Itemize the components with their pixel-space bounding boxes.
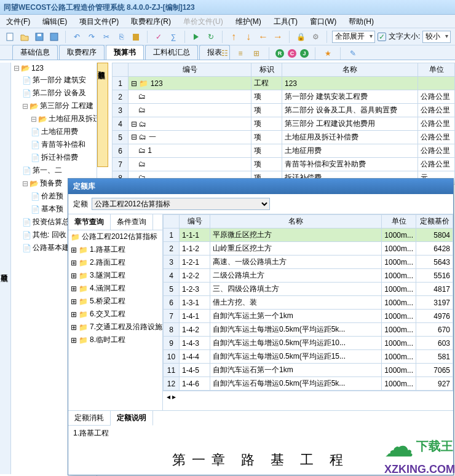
separator: [289, 31, 290, 43]
separator: [147, 31, 148, 43]
tab-material[interactable]: 工料机汇总: [145, 45, 198, 60]
calc-icon[interactable]: ∑: [167, 31, 180, 43]
tree-node[interactable]: 📄青苗等补偿和: [11, 138, 97, 151]
tab-description[interactable]: 定额说明: [111, 411, 153, 426]
menu-edit[interactable]: 编辑(E): [36, 15, 73, 28]
table-row[interactable]: 81-4-2自卸汽车运土每增运0.5km(平均运距5k...1000m...67…: [164, 323, 453, 337]
menu-window[interactable]: 窗口(W): [304, 15, 342, 28]
table-row[interactable]: 4⊟ 🗂 项第三部分 工程建设其他费用公路公里: [113, 117, 455, 131]
c-icon[interactable]: C: [288, 49, 296, 58]
cut-icon[interactable]: ✂: [100, 31, 113, 43]
separator: [315, 47, 315, 60]
separator: [269, 47, 269, 60]
play-icon[interactable]: [190, 31, 202, 43]
table-row[interactable]: 91-4-3自卸汽车运土每增运0.5km(平均运距10...1000m...60…: [164, 337, 453, 350]
tree-node[interactable]: ⊞ 📁 2.路面工程: [68, 256, 162, 269]
table-row[interactable]: 51-2-3三、四级公路填土方1000m...4817: [164, 283, 453, 296]
table-row[interactable]: 121-4-6自卸汽车运石每增运0.5km(平均运距5k...1000m...9…: [164, 377, 453, 391]
copy-icon[interactable]: ⎘: [115, 31, 127, 43]
tab-condition-query[interactable]: 条件查询: [111, 214, 153, 230]
tree-node[interactable]: ⊟📂土地征用及拆迁: [11, 112, 97, 125]
quota-tree[interactable]: 📁 公路工程2012估算指标⊞ 📁 1.路基工程⊞ 📁 2.路面工程⊞ 📁 3.…: [68, 230, 162, 346]
check-icon[interactable]: ✓: [152, 31, 165, 43]
r-icon[interactable]: R: [275, 49, 284, 58]
tree-node[interactable]: 📄第一、二: [11, 164, 97, 177]
menu-maintain[interactable]: 维护(M): [229, 15, 267, 28]
open-icon[interactable]: [18, 31, 31, 43]
table-row[interactable]: 2 🗂 项第一部分 建筑安装工程费公路公里: [113, 90, 455, 104]
tree-node[interactable]: 📄拆迁补偿费: [11, 151, 97, 164]
tree-node[interactable]: ⊟📂第三部分 工程建: [11, 99, 97, 112]
quota-label: 定额: [73, 199, 88, 209]
quota-grid[interactable]: 编号名称单位定额基价11-1-1平原微丘区挖土方1000m...580421-1…: [163, 214, 453, 410]
quota-description: 1.路基工程 第一章 路 基 工 程: [68, 426, 453, 476]
table-row[interactable]: 3 🗂 项第二部分 设备及工具、器具购置费公路公里: [113, 104, 455, 117]
budget-nav-label[interactable]: 预算书导航: [97, 63, 108, 167]
tree-node[interactable]: ⊞ 📁 7.交通工程及沿路设施: [68, 321, 162, 334]
tab-consumption[interactable]: 定额消耗: [68, 411, 111, 426]
menu-fee[interactable]: 取费程序(R): [125, 15, 177, 28]
right-icon[interactable]: →: [272, 31, 284, 43]
menu-file[interactable]: 文件(F): [0, 15, 36, 28]
undo-icon[interactable]: ↶: [71, 31, 83, 43]
save-icon[interactable]: [33, 31, 46, 43]
down-icon[interactable]: ↓: [242, 31, 255, 43]
svg-rect-2: [38, 34, 41, 36]
checkbox-icon[interactable]: ✓: [378, 33, 386, 41]
font-size-combo[interactable]: 较小: [422, 31, 451, 43]
tree-node[interactable]: ⊟📂123: [11, 63, 97, 74]
tree-node[interactable]: 📄第一部分 建筑安: [11, 74, 97, 87]
menu-tools[interactable]: 工具(T): [267, 15, 304, 28]
expand-combo[interactable]: 全部展开: [332, 31, 375, 43]
lock-icon[interactable]: 🔒: [295, 31, 307, 43]
tree-node[interactable]: 📄土地征用费: [11, 125, 97, 138]
refresh-icon[interactable]: ↻: [205, 31, 217, 43]
up-icon[interactable]: ↑: [228, 31, 240, 43]
tree-icon[interactable]: ☷: [218, 47, 231, 60]
budget-grid[interactable]: 编号标识名称单位1⊟ 📁 123工程1232 🗂 项第一部分 建筑安装工程费公路…: [112, 63, 455, 185]
quota-select[interactable]: 公路工程2012估算指标: [92, 198, 270, 210]
dropper-icon[interactable]: ✎: [347, 47, 359, 60]
list-icon[interactable]: ≡: [234, 47, 247, 60]
table-row[interactable]: 61-3-1借土方挖、装1000m...3197: [164, 296, 453, 310]
redo-icon[interactable]: ↷: [85, 31, 98, 43]
table-row[interactable]: 7 🗂 项青苗等补偿和安置补助费公路公里: [113, 158, 455, 171]
tree-node[interactable]: ⊞ 📁 1.路基工程: [68, 243, 162, 256]
menu-unitprice[interactable]: 单价文件(U): [177, 15, 229, 28]
tree-node[interactable]: ⊞ 📁 6.交叉工程: [68, 308, 162, 321]
table-row[interactable]: 31-2-1高速、一级公路填土方1000m...5643: [164, 256, 453, 269]
tree-node[interactable]: ⊞ 📁 4.涵洞工程: [68, 282, 162, 295]
secondary-toolbar: ☷ ≡ ⊞ R C J ★ ✎: [218, 47, 359, 60]
star-icon[interactable]: ★: [322, 47, 334, 60]
j-icon[interactable]: J: [300, 49, 309, 58]
new-icon[interactable]: [4, 31, 16, 43]
table-row[interactable]: 5⊟ 🗂 一项土地征用及拆迁补偿费公路公里: [113, 131, 455, 144]
gear-icon[interactable]: ⚙: [309, 31, 322, 43]
tree-node[interactable]: 📁 公路工程2012估算指标: [68, 230, 162, 243]
tab-chapter-query[interactable]: 章节查询: [68, 214, 111, 230]
left-icon[interactable]: ←: [257, 31, 269, 43]
table-row[interactable]: 6 🗂 1项土地征用费公路公里: [113, 144, 455, 158]
table-row[interactable]: 71-4-1自卸汽车运土第一个1km1000m...4976: [164, 310, 453, 323]
tree-node[interactable]: ⊞ 📁 8.临时工程: [68, 334, 162, 346]
tree-node[interactable]: ⊞ 📁 5.桥梁工程: [68, 295, 162, 308]
table-row[interactable]: 11-1-1平原微丘区挖土方1000m...5804: [164, 228, 453, 242]
menu-help[interactable]: 帮助(H): [342, 15, 380, 28]
table-row[interactable]: 111-4-5自卸汽车运石第一个1km1000m...7065: [164, 364, 453, 377]
menu-project[interactable]: 项目文件(P): [73, 15, 125, 28]
paste-icon[interactable]: [130, 31, 142, 43]
list2-icon[interactable]: ⊞: [250, 47, 263, 60]
separator: [326, 31, 327, 43]
tree-node[interactable]: ⊞ 📁 3.隧洞工程: [68, 269, 162, 282]
tree-node[interactable]: 📄第二部分 设备及: [11, 87, 97, 99]
table-row[interactable]: 41-2-2二级公路填土方1000m...5516: [164, 269, 453, 283]
project-nav-label[interactable]: 项目导航: [0, 63, 11, 474]
tab-budget[interactable]: 预算书: [106, 45, 144, 60]
table-row[interactable]: 1⊟ 📁 123工程123: [113, 77, 455, 90]
dialog-title[interactable]: 定额库: [68, 179, 453, 194]
save2-icon[interactable]: [48, 31, 60, 43]
tab-fee[interactable]: 取费程序: [59, 45, 105, 60]
table-row[interactable]: 21-1-2山岭重丘区挖土方1000m...6428: [164, 242, 453, 256]
tab-basic[interactable]: 基础信息: [12, 45, 58, 60]
table-row[interactable]: 101-4-4自卸汽车运土每增运0.5km(平均运距15...1000m...5…: [164, 350, 453, 364]
